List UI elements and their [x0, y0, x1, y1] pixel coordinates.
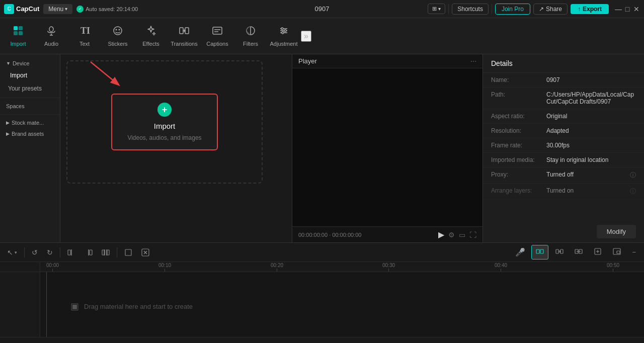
sidebar-item-import[interactable]: Import: [0, 69, 60, 81]
maximize-button[interactable]: □: [624, 6, 631, 13]
sidebar-item-brand[interactable]: ▶ Brand assets: [0, 129, 60, 139]
logo-icon: C: [4, 4, 14, 14]
share-button[interactable]: ↗ Share: [533, 4, 568, 15]
join-pro-label: Join Pro: [502, 6, 524, 13]
undo-button[interactable]: ↺: [29, 246, 41, 259]
drag-icon: ▣: [70, 301, 79, 312]
ruler-mark-3: 00:30: [382, 263, 395, 272]
svg-rect-33: [125, 249, 131, 255]
sidebar-item-device[interactable]: ▼ Device: [0, 58, 60, 68]
player-settings-icon[interactable]: ⚙: [448, 231, 455, 239]
toolbar-more-button[interactable]: »: [301, 31, 311, 42]
tool-import[interactable]: Import: [2, 20, 34, 52]
sidebar-item-presets[interactable]: Your presets: [0, 82, 60, 95]
details-header: Details: [483, 54, 644, 73]
ruler-mark-4: 00:40: [495, 263, 507, 272]
ruler-label-2: 00:20: [271, 263, 283, 268]
sidebar-brand-label: Brand assets: [12, 131, 44, 137]
tool-audio-label: Audio: [44, 41, 58, 47]
svg-rect-3: [19, 31, 23, 35]
svg-rect-2: [14, 31, 18, 35]
sidebar-spaces-label: Spaces: [6, 103, 25, 109]
svg-point-22: [282, 32, 284, 34]
player-aspect-icon[interactable]: ▭: [459, 231, 465, 239]
tool-audio[interactable]: Audio: [35, 20, 67, 52]
timeline-pip-btn[interactable]: [609, 245, 625, 260]
zoom-out-icon: −: [632, 248, 636, 256]
sidebar-item-spaces[interactable]: Spaces: [0, 101, 60, 111]
crop-button[interactable]: [121, 246, 135, 259]
details-panel: Details Name: 0907 Path: C:/Users/HP/App…: [483, 54, 644, 242]
import-icon: [13, 25, 24, 39]
timeline-clip-vol-btn[interactable]: [571, 245, 587, 260]
tool-text-label: Text: [79, 41, 90, 47]
detail-label-framerate: Frame rate:: [491, 142, 546, 149]
mic-button[interactable]: 🎤: [512, 245, 528, 259]
join-pro-button[interactable]: Join Pro: [495, 4, 530, 15]
tool-stickers[interactable]: Stickers: [102, 20, 134, 52]
ruler-label-1: 00:10: [158, 263, 171, 268]
svg-rect-29: [102, 250, 104, 255]
play-button[interactable]: ▶: [438, 230, 444, 239]
tool-effects[interactable]: Effects: [135, 20, 167, 52]
shortcuts-button[interactable]: Shortcuts: [452, 4, 489, 15]
monitor-button[interactable]: ⊞ ▾: [428, 4, 445, 14]
tool-filters[interactable]: Filters: [234, 20, 267, 52]
minimize-button[interactable]: —: [615, 6, 622, 13]
detail-row-resolution: Resolution: Adapted: [483, 124, 644, 138]
tl-sep-2: [60, 247, 60, 258]
toolbar-more-icon: »: [304, 32, 308, 40]
player-menu-icon[interactable]: ⋯: [470, 58, 476, 65]
split-left-icon: [67, 248, 75, 256]
window-controls: — □ ✕: [615, 6, 640, 13]
detail-row-framerate: Frame rate: 30.00fps: [483, 138, 644, 153]
timeline-tracks: ▣ Drag material here and start to create: [40, 272, 644, 337]
tool-effects-label: Effects: [142, 41, 159, 47]
content-area: + Import Videos, audios, and images: [60, 54, 292, 242]
menu-button[interactable]: Menu ▾: [43, 4, 72, 14]
player-fullscreen-icon[interactable]: ⛶: [469, 231, 476, 239]
shortcuts-label: Shortcuts: [457, 6, 483, 13]
timeline-scrollbar[interactable]: [0, 337, 644, 343]
modify-btn-wrap: Modify: [483, 221, 644, 242]
split-right-button[interactable]: [82, 246, 96, 259]
tool-captions[interactable]: Captions: [201, 20, 233, 52]
sidebar-item-stock[interactable]: ▶ Stock mate...: [0, 118, 60, 128]
tool-stickers-label: Stickers: [108, 41, 127, 47]
delete-button[interactable]: [138, 246, 152, 259]
split-left-button[interactable]: [64, 246, 78, 259]
arrange-info-icon[interactable]: ⓘ: [630, 187, 636, 196]
timeline-zoom-out-btn[interactable]: −: [628, 245, 640, 260]
detail-row-proxy: Proxy: Turned off ⓘ: [483, 167, 644, 184]
ruler-mark-2: 00:20: [271, 263, 283, 272]
tool-adjustment[interactable]: Adjustment: [268, 20, 300, 52]
ruler-mark-0: 00:00: [46, 263, 59, 272]
import-plus-icon: +: [157, 103, 172, 117]
proxy-info-icon[interactable]: ⓘ: [630, 171, 636, 180]
timeline-zoom-btn[interactable]: [590, 245, 606, 260]
tool-transitions[interactable]: Transitions: [168, 20, 200, 52]
detail-label-arrange: Arrange layers:: [491, 187, 546, 196]
select-tool-button[interactable]: ↖ ▾: [4, 246, 20, 259]
split-both-icon: [102, 248, 110, 256]
tool-text[interactable]: TI Text: [68, 20, 101, 52]
drag-hint: ▣ Drag material here and start to create: [70, 301, 193, 312]
menu-arrow-icon: ▾: [65, 6, 67, 12]
redo-button[interactable]: ↻: [44, 246, 56, 259]
export-button[interactable]: ↑ Export: [571, 4, 609, 14]
timeline-split-clip-btn[interactable]: [531, 245, 548, 260]
sidebar-divider-2: [0, 114, 60, 115]
timeline-transition-btn[interactable]: [551, 245, 568, 260]
export-icon: ↑: [578, 6, 581, 13]
audio-icon: [46, 25, 57, 39]
split-right-icon: [85, 248, 93, 256]
close-button[interactable]: ✕: [633, 6, 640, 13]
split-both-button[interactable]: [99, 246, 113, 259]
modify-button[interactable]: Modify: [597, 225, 636, 238]
device-arrow-icon: ▼: [6, 61, 11, 66]
svg-rect-37: [536, 249, 539, 253]
undo-icon: ↺: [32, 248, 38, 256]
ruler-label-3: 00:30: [382, 263, 395, 268]
detail-label-resolution: Resolution:: [491, 127, 546, 134]
import-button[interactable]: + Import Videos, audios, and images: [111, 94, 217, 150]
